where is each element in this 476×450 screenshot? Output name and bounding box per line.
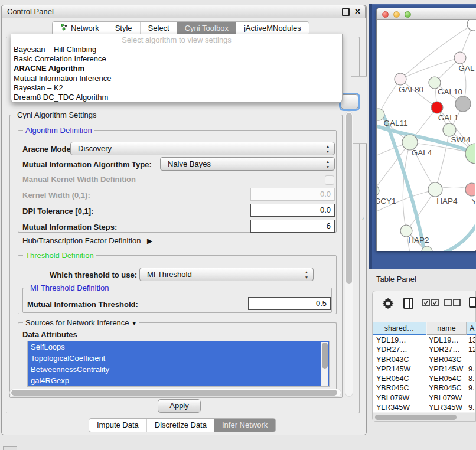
network-node-gal[interactable] [454, 52, 466, 64]
table-row[interactable]: YPR145WYPR145W9. [373, 364, 475, 374]
mi-threshold-field[interactable]: 0.5 [248, 297, 331, 310]
network-node[interactable] [431, 102, 443, 113]
cell-shared-name: YLR345W [376, 403, 410, 412]
deselect-all-icon[interactable] [444, 299, 461, 308]
network-edge[interactable] [435, 130, 449, 190]
cell-shared-name: YBR043C [376, 355, 409, 364]
mi-algorithm-type-select[interactable]: Naive Bayes ▲▼ [160, 157, 335, 171]
splitpane-grip-icon[interactable]: ‹ [362, 216, 364, 222]
table-horizontal-scrollbar[interactable] [373, 413, 475, 421]
attribute-list-item[interactable]: TopologicalCoefficient [28, 353, 329, 364]
mi-steps-field[interactable]: 6 [250, 220, 335, 233]
hidden-groupbox-fragment [351, 76, 367, 144]
network-node-hap2[interactable] [400, 225, 412, 237]
mi-threshold-legend: MI Threshold Definition [28, 283, 111, 292]
gear-icon[interactable] [382, 297, 395, 312]
settings-horizontal-scrollbar[interactable] [9, 389, 341, 397]
network-node[interactable] [467, 20, 475, 31]
desktop: Control Panel ✕ NetworkStyleSelectCyni T… [0, 0, 476, 450]
tab-infer-network[interactable]: Infer Network [214, 419, 275, 432]
table-row[interactable]: YBR045CYBR045C9. [373, 383, 475, 393]
network-node[interactable] [455, 96, 471, 112]
attribute-list-item[interactable]: SelfLoops [28, 341, 329, 353]
mi-algorithm-type-label: Mutual Information Algorithm Type: [22, 160, 152, 169]
tab-discretize-data[interactable]: Discretize Data [146, 419, 214, 432]
algorithm-option[interactable]: Bayesian – Hill Climbing [11, 45, 342, 54]
control-panel-title: Control Panel [7, 7, 54, 16]
table-row[interactable]: YDL19…YDL19…13 [373, 335, 475, 345]
settings-vertical-scrollbar[interactable] [345, 111, 353, 397]
tab-jactivemnodules[interactable]: jActiveMNodules [236, 22, 309, 35]
close-icon[interactable]: ✕ [354, 8, 361, 15]
minimized-panel-icon[interactable] [3, 446, 17, 450]
zoom-traffic-light-icon[interactable] [405, 11, 411, 18]
page-icon[interactable] [469, 297, 476, 308]
tab-label: Select [148, 22, 169, 35]
attributes-scrollbar-thumb[interactable] [322, 343, 328, 369]
network-node-gal10[interactable] [429, 77, 441, 89]
sources-legend[interactable]: Sources for Network Inference ▼ [23, 318, 139, 327]
algorithm-option[interactable]: ARACNE Algorithm [11, 64, 342, 73]
cell-name: YLR345W [429, 403, 462, 412]
tab-network[interactable]: Network [53, 22, 107, 35]
network-edge[interactable] [400, 58, 460, 79]
kernel-width-field[interactable]: 0.0 [250, 188, 335, 201]
algorithm-option[interactable]: Basic Correlation Inference [11, 54, 342, 64]
attributes-scrollbar[interactable] [321, 342, 328, 386]
manual-kernel-checkbox[interactable] [325, 175, 334, 185]
control-panel-titlebar: Control Panel ✕ [1, 5, 366, 18]
network-node-gal1[interactable] [443, 123, 456, 136]
table-panel-title: Table Panel [376, 275, 416, 283]
aracne-mode-select[interactable]: Discovery ▲▼ [70, 142, 335, 155]
network-node-swi4[interactable] [465, 144, 475, 164]
node-label-swi4: SWI4 [451, 135, 470, 144]
close-traffic-light-icon[interactable] [382, 11, 389, 18]
tab-select[interactable]: Select [140, 22, 177, 35]
network-canvas[interactable]: GALGAL80GAL10GAL1GAL11SWI4GAL4GCY1HAP4YH… [377, 20, 475, 251]
settings-horizontal-scrollbar-thumb[interactable] [11, 390, 337, 396]
algorithm-option[interactable]: Dream8 DC_TDC Algorithm [11, 93, 342, 102]
node-label-gal10: GAL10 [438, 87, 462, 96]
algorithm-definition-legend: Algorithm Definition [23, 126, 94, 135]
network-node-y[interactable] [465, 183, 475, 196]
settings-vertical-scrollbar-thumb[interactable] [346, 113, 352, 284]
column-header-third[interactable]: A [467, 322, 476, 335]
which-threshold-label: Which threshold to use: [50, 270, 137, 279]
network-edge[interactable] [430, 222, 475, 251]
which-threshold-select[interactable]: MI Threshold ▲▼ [139, 268, 314, 281]
algorithm-option[interactable]: Mutual Information Inference [11, 74, 342, 83]
float-window-icon[interactable] [342, 8, 350, 16]
table-row[interactable]: YBL079WYBL079W [373, 393, 475, 403]
column-header-name[interactable]: name [427, 322, 467, 335]
attribute-list-item[interactable]: BetweennessCentrality [28, 364, 329, 375]
select-all-icon[interactable] [422, 299, 439, 308]
table-row[interactable]: YDR27…YDR27…12 [373, 345, 475, 354]
data-attributes-list: SelfLoopsTopologicalCoefficientBetweenne… [27, 341, 330, 387]
tab-style[interactable]: Style [107, 22, 140, 35]
hub-definition-toggle[interactable]: Hub/Transcription Factor Definition ▶ [22, 236, 152, 245]
tab-impute-data[interactable]: Impute Data [89, 419, 146, 432]
dpi-tolerance-field[interactable]: 0.0 [250, 204, 335, 217]
network-node-gcy1[interactable] [377, 185, 379, 197]
algorithm-option[interactable]: Bayesian – K2 [11, 83, 342, 93]
network-node-gal80[interactable] [395, 73, 406, 85]
hub-definition-label: Hub/Transcription Factor Definition [22, 236, 141, 245]
tab-label: Infer Network [222, 419, 268, 432]
cell-shared-name: YER054C [376, 374, 409, 383]
split-columns-icon[interactable] [403, 298, 413, 309]
table-row[interactable]: YBR043CYBR043C [373, 355, 475, 364]
table-row[interactable]: YER054CYER054C8. [373, 374, 475, 383]
apply-button[interactable]: Apply [158, 399, 201, 413]
aracne-mode-value: Discovery [78, 144, 112, 153]
cell-name: YBR043C [429, 355, 462, 364]
attribute-list-item[interactable]: gal4RGexp [28, 375, 329, 386]
tab-label: Network [71, 22, 99, 35]
network-node-hap4[interactable] [428, 182, 442, 197]
column-header-shared-name[interactable]: shared… [373, 322, 426, 335]
cell-shared-name: YBR045C [376, 383, 409, 393]
minimize-traffic-light-icon[interactable] [393, 11, 400, 18]
table-horizontal-scrollbar-thumb[interactable] [375, 415, 457, 420]
cell-shared-name: YDL19… [376, 335, 406, 345]
table-row[interactable]: YLR345WYLR345W9. [373, 403, 475, 412]
tab-cyni-toolbox[interactable]: Cyni Toolbox [177, 22, 236, 35]
